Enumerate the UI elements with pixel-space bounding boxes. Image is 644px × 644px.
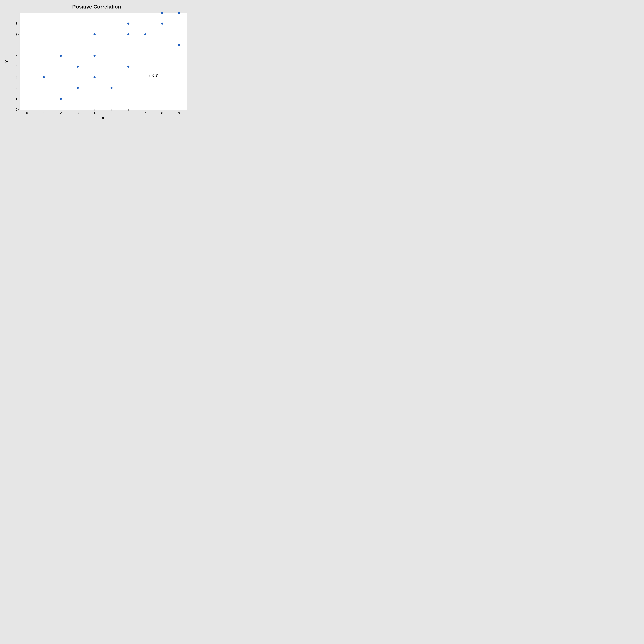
annotation-correlation: r=0.7 bbox=[149, 73, 158, 78]
data-point bbox=[178, 44, 180, 46]
y-tick-label: 3 bbox=[14, 75, 17, 79]
x-tick-mark bbox=[61, 109, 61, 111]
plot-area bbox=[19, 13, 187, 110]
y-tick-label: 4 bbox=[14, 65, 17, 69]
x-tick-mark bbox=[162, 109, 162, 111]
x-tick-label: 8 bbox=[161, 111, 163, 115]
y-tick-label: 6 bbox=[14, 43, 17, 47]
data-point bbox=[178, 12, 180, 14]
y-tick-label: 2 bbox=[14, 86, 17, 90]
data-point bbox=[161, 12, 163, 14]
x-tick-label: 5 bbox=[111, 111, 112, 115]
y-tick-label: 1 bbox=[14, 97, 17, 101]
x-tick-mark bbox=[128, 109, 129, 111]
data-point bbox=[144, 33, 146, 35]
data-point bbox=[77, 66, 79, 68]
data-point bbox=[94, 76, 96, 78]
x-tick-label: 9 bbox=[178, 111, 180, 115]
y-tick-mark bbox=[18, 99, 19, 99]
y-tick-label: 5 bbox=[14, 54, 17, 58]
data-point bbox=[60, 98, 62, 100]
data-point bbox=[77, 87, 79, 89]
y-tick-mark bbox=[18, 34, 19, 35]
x-axis-label: X bbox=[19, 116, 187, 120]
data-point bbox=[60, 55, 62, 57]
y-tick-label: 9 bbox=[14, 11, 17, 15]
data-point bbox=[43, 76, 45, 78]
chart-title: Positive Correlation bbox=[0, 4, 193, 10]
y-axis-label: Y bbox=[4, 60, 9, 63]
data-point bbox=[111, 87, 113, 89]
y-tick-label: 0 bbox=[14, 108, 17, 112]
x-tick-mark bbox=[27, 109, 27, 111]
x-tick-label: 7 bbox=[144, 111, 146, 115]
y-tick-label: 8 bbox=[14, 22, 17, 26]
x-tick-label: 4 bbox=[94, 111, 95, 115]
x-tick-label: 6 bbox=[127, 111, 129, 115]
y-tick-mark bbox=[18, 56, 19, 56]
y-tick-label: 7 bbox=[14, 32, 17, 36]
data-point bbox=[127, 33, 129, 35]
y-tick-mark bbox=[18, 45, 19, 45]
y-tick-mark bbox=[18, 109, 19, 110]
data-point bbox=[161, 23, 163, 25]
chart-canvas: Positive Correlation X Y 012345678901234… bbox=[0, 0, 193, 129]
data-point bbox=[127, 66, 129, 68]
data-point bbox=[94, 33, 96, 35]
data-point bbox=[94, 55, 96, 57]
x-tick-label: 2 bbox=[60, 111, 62, 115]
data-point bbox=[127, 23, 129, 25]
x-tick-label: 1 bbox=[43, 111, 45, 115]
x-tick-label: 3 bbox=[77, 111, 79, 115]
x-tick-label: 0 bbox=[26, 111, 28, 115]
